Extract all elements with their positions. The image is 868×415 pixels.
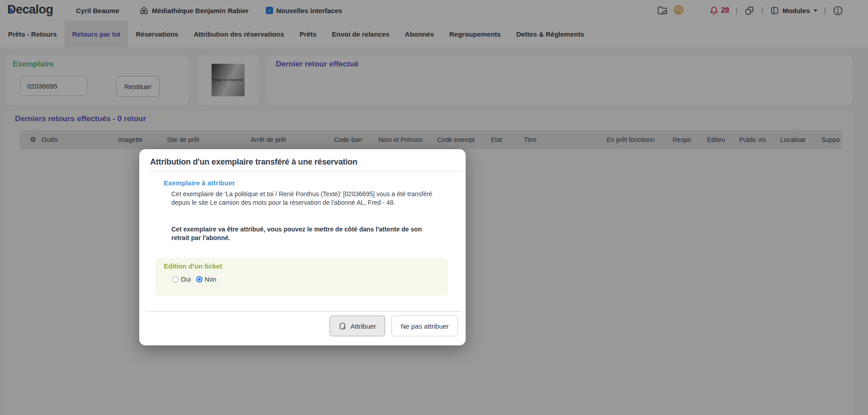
radio-option-non[interactable]: Non bbox=[196, 276, 217, 283]
attribution-modal: Attribution d'un exemplaire transféré à … bbox=[139, 149, 466, 345]
modal-body-text: Cet exemplaire de 'La politique et toi /… bbox=[171, 190, 438, 207]
edition-ticket-title: Edition d'un ticket bbox=[164, 262, 222, 270]
edition-ticket-panel: Edition d'un ticket Oui Non bbox=[155, 258, 448, 296]
modal-title-divider bbox=[149, 171, 463, 171]
clipboard-assign-icon bbox=[339, 322, 346, 330]
radio-non-label: Non bbox=[205, 276, 217, 283]
exemplaire-a-attribuer-title: Exemplaire à attribuer bbox=[164, 179, 235, 187]
radio-oui-label: Oui bbox=[181, 276, 191, 283]
ne-pas-attribuer-button[interactable]: Ne pas attribuer bbox=[392, 316, 458, 336]
radio-option-oui[interactable]: Oui bbox=[172, 276, 191, 283]
attribuer-button[interactable]: Attribuer bbox=[330, 316, 385, 336]
attribuer-label: Attribuer bbox=[350, 322, 376, 330]
modal-title: Attribution d'un exemplaire transféré à … bbox=[150, 157, 357, 167]
ne-pas-attribuer-label: Ne pas attribuer bbox=[401, 322, 449, 330]
modal-bold-text: Cet exemplaire va être attribué, vous po… bbox=[171, 225, 435, 242]
radio-selected-icon[interactable] bbox=[196, 276, 203, 283]
ticket-radio-group: Oui Non bbox=[172, 276, 216, 283]
modal-footer-divider bbox=[146, 311, 461, 311]
radio-unselected-icon[interactable] bbox=[172, 276, 179, 283]
